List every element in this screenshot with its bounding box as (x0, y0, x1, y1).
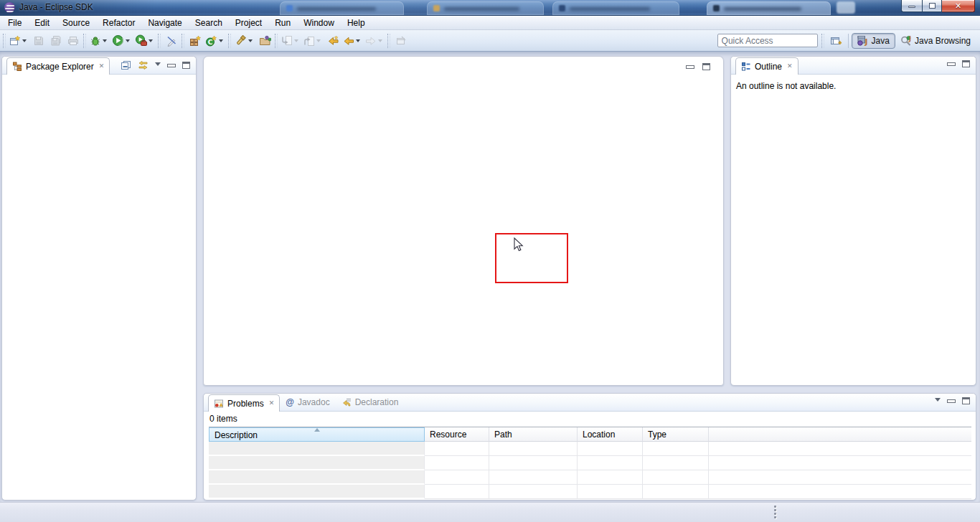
collapse-all-icon[interactable] (121, 60, 131, 70)
column-description[interactable]: Description (209, 427, 425, 442)
outline-icon (741, 62, 751, 72)
column-filler (709, 427, 971, 442)
dropdown-arrow-icon[interactable] (356, 39, 360, 42)
open-type-button[interactable] (256, 32, 273, 49)
maximize-view-icon[interactable] (702, 63, 710, 70)
table-row[interactable] (209, 456, 971, 470)
perspective-java-browsing-button[interactable]: J Java Browsing (895, 33, 976, 49)
menu-help[interactable]: Help (341, 16, 372, 30)
dropdown-arrow-icon[interactable] (126, 39, 130, 42)
run-external-tools-button[interactable] (133, 32, 156, 49)
problems-view: Problems ✕ @ Javadoc Declaration 0 items (203, 393, 976, 500)
new-wizard-button[interactable] (8, 32, 30, 49)
mark-occurrences-button[interactable] (163, 32, 180, 49)
title-bar: Java - Eclipse SDK ✕ (0, 0, 980, 16)
problems-header: Problems ✕ @ Javadoc Declaration (204, 394, 976, 412)
sort-ascending-icon (314, 428, 320, 432)
maximize-view-icon[interactable] (962, 60, 970, 67)
dropdown-arrow-icon[interactable] (103, 39, 107, 42)
package-explorer-content[interactable] (2, 75, 196, 500)
column-location[interactable]: Location (578, 427, 643, 442)
table-row[interactable] (209, 485, 971, 499)
previous-annotation-button (302, 32, 324, 49)
open-perspective-button[interactable] (828, 32, 845, 49)
maximize-view-icon[interactable] (962, 397, 970, 404)
dropdown-arrow-icon[interactable] (149, 39, 153, 42)
column-path[interactable]: Path (489, 427, 578, 442)
view-menu-icon[interactable] (935, 398, 941, 402)
problems-icon (214, 399, 224, 409)
column-resource[interactable]: Resource (425, 427, 489, 442)
svg-text:J: J (864, 37, 867, 47)
minimize-view-icon[interactable] (686, 65, 694, 69)
close-icon[interactable]: ✕ (786, 63, 793, 70)
new-java-project-button[interactable] (187, 32, 204, 49)
run-button[interactable] (110, 32, 133, 49)
minimize-view-icon[interactable] (947, 399, 956, 403)
menu-navigate[interactable]: Navigate (141, 16, 188, 30)
tab-outline[interactable]: Outline ✕ (735, 57, 798, 75)
open-perspective-icon (830, 35, 842, 47)
status-bar (0, 502, 980, 522)
link-with-editor-icon[interactable] (138, 60, 149, 70)
save-all-button (47, 32, 65, 49)
last-edit-location-button[interactable] (324, 32, 341, 49)
close-icon[interactable]: ✕ (98, 63, 105, 70)
restore-icon (929, 3, 936, 9)
menu-refactor[interactable]: Refactor (96, 16, 141, 30)
menu-run[interactable]: Run (268, 16, 297, 30)
splitter-handle-icon[interactable] (774, 506, 776, 518)
tab-package-explorer[interactable]: Package Explorer ✕ (6, 57, 110, 75)
eclipse-logo-icon (4, 2, 15, 13)
table-row[interactable] (209, 470, 971, 485)
dropdown-arrow-icon[interactable] (248, 39, 253, 42)
new-class-button[interactable]: C (204, 32, 227, 49)
tab-problems[interactable]: Problems ✕ (208, 394, 280, 412)
tab-declaration[interactable]: Declaration (336, 394, 405, 411)
column-type[interactable]: Type (643, 427, 709, 442)
browser-tab-icon (286, 5, 293, 11)
dropdown-arrow-icon[interactable] (219, 39, 223, 42)
view-menu-icon[interactable] (155, 62, 161, 66)
package-explorer-view: Package Explorer ✕ (1, 56, 197, 500)
print-icon (67, 35, 79, 47)
search-button[interactable] (233, 32, 256, 49)
minimize-button[interactable] (901, 0, 922, 12)
save-button (30, 32, 47, 49)
outline-message: An outline is not available. (731, 75, 976, 98)
menu-bar: File Edit Source Refactor Navigate Searc… (0, 16, 980, 30)
dropdown-arrow-icon (316, 39, 321, 42)
menu-window[interactable]: Window (297, 16, 341, 30)
minimize-icon (908, 6, 915, 8)
back-button[interactable] (341, 32, 364, 49)
ghost-browser-tab (707, 1, 831, 15)
red-annotation-rectangle (495, 233, 568, 283)
new-class-icon: C (205, 35, 217, 47)
menu-source[interactable]: Source (56, 16, 96, 30)
run-external-tools-icon (135, 34, 147, 47)
previous-annotation-icon (303, 35, 315, 47)
close-button[interactable]: ✕ (942, 0, 975, 12)
editor-area[interactable] (203, 56, 724, 386)
menu-edit[interactable]: Edit (28, 16, 56, 30)
declaration-icon (341, 397, 352, 407)
menu-file[interactable]: File (1, 16, 28, 30)
menu-project[interactable]: Project (229, 16, 268, 30)
restore-button[interactable] (922, 0, 942, 12)
next-annotation-icon (281, 35, 293, 47)
maximize-view-icon[interactable] (182, 62, 190, 69)
minimize-view-icon[interactable] (167, 64, 176, 67)
debug-button[interactable] (88, 32, 110, 49)
minimize-view-icon[interactable] (947, 62, 956, 66)
dropdown-arrow-icon[interactable] (22, 39, 27, 42)
quick-access-input[interactable] (717, 34, 818, 47)
tab-javadoc[interactable]: @ Javadoc (280, 394, 335, 411)
tab-label: Declaration (355, 397, 399, 407)
perspective-java-button[interactable]: J Java (852, 33, 895, 49)
menu-search[interactable]: Search (189, 16, 229, 30)
close-icon[interactable]: ✕ (268, 400, 275, 407)
table-row[interactable] (209, 442, 971, 456)
browser-tab-icon (559, 5, 565, 11)
next-annotation-button (280, 32, 302, 49)
mark-occurrences-icon (166, 35, 177, 47)
